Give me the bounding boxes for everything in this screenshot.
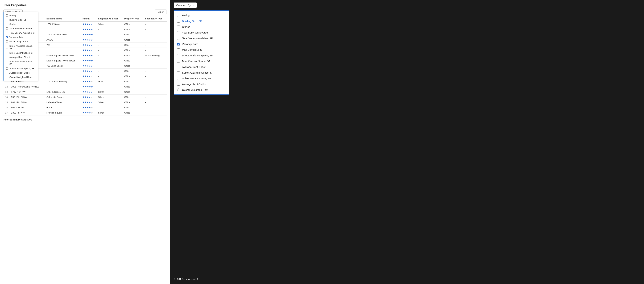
dropdown-item[interactable]: Year Built/Rennovated xyxy=(4,26,38,31)
page-title: Peer Properties xyxy=(4,3,167,7)
cell-building: 901 K xyxy=(45,105,81,110)
right-dropdown-item[interactable]: Average Rent Direct xyxy=(174,64,229,70)
dropdown-checkbox[interactable] xyxy=(6,67,8,70)
cell-proptype: Office xyxy=(122,74,144,79)
cell-building xyxy=(45,48,81,53)
cell-proptype: Office xyxy=(122,110,144,115)
dropdown-item[interactable]: Average Rent-Sublet xyxy=(4,71,38,75)
right-dropdown-item[interactable]: Average Rent-Sublet xyxy=(174,81,229,87)
right-dropdown-item[interactable]: Sublet Vacant Space, SF xyxy=(174,75,229,81)
right-dropdown-item[interactable]: Rating xyxy=(174,12,229,18)
right-compare-by-label: Compare By xyxy=(176,4,191,6)
dropdown-item[interactable]: Sublet Vacant Space, SF xyxy=(4,66,38,71)
cell-num: 12 xyxy=(4,84,10,89)
right-bottom-row: 7 801 Pennsylvania Av xyxy=(174,278,200,281)
dropdown-item[interactable]: Stories xyxy=(4,22,38,26)
right-dropdown-checkbox[interactable] xyxy=(177,83,180,86)
dropdown-item[interactable]: Total Vacany Available, SF xyxy=(4,31,38,35)
cell-rating: ★★★★★ xyxy=(81,48,96,53)
right-dropdown-item-label: Stories xyxy=(182,25,190,28)
cell-sectype: - xyxy=(143,63,167,69)
right-dropdown-checkbox[interactable] xyxy=(177,66,180,68)
table-row: 14555 13th St NWColumbia Square★★★★★Silv… xyxy=(4,95,167,100)
cell-sectype: - xyxy=(143,79,167,84)
right-dropdown-checkbox[interactable] xyxy=(177,37,180,40)
dropdown-checkbox[interactable] xyxy=(6,40,8,43)
cell-loopnet: Silver xyxy=(96,89,122,95)
right-dropdown-item[interactable]: Max Contigous SF xyxy=(174,47,229,53)
cell-rating: ★★★★★ xyxy=(81,53,96,58)
dropdown-item[interactable]: Rating xyxy=(4,13,38,18)
right-dropdown-item[interactable]: Sublet Avaliable Space, SF xyxy=(174,70,229,75)
col-rating: Rating xyxy=(81,16,96,21)
cell-loopnet: - xyxy=(96,69,122,74)
dropdown-item[interactable]: Average Rent Direct xyxy=(4,55,38,59)
right-dropdown-checkbox[interactable] xyxy=(177,25,180,28)
right-dropdown-item-label: Building Size, SF xyxy=(182,20,202,22)
cell-rating: ★★★★★ xyxy=(81,74,96,79)
dropdown-item-label: Sublet Avaliable Space, SF xyxy=(10,60,36,65)
cell-rating: ★★★★★ xyxy=(81,27,96,32)
cell-building xyxy=(45,74,81,79)
cell-building xyxy=(45,84,81,89)
cell-building: 1050 K Street xyxy=(45,21,81,27)
dropdown-item-label: Vacancy Rate xyxy=(10,36,23,38)
dropdown-item[interactable]: Building Size, SF xyxy=(4,18,38,22)
dropdown-item-label: Sublet Vacant Space, SF xyxy=(10,67,34,70)
dropdown-checkbox[interactable] xyxy=(6,14,8,17)
dropdown-checkbox[interactable] xyxy=(6,19,8,21)
cell-sectype: - xyxy=(143,58,167,63)
cell-sectype: - xyxy=(143,27,167,32)
cell-building: Market Square - West Tower xyxy=(45,58,81,63)
cell-building xyxy=(45,69,81,74)
dropdown-checkbox[interactable] xyxy=(6,32,8,34)
right-dropdown-item[interactable]: Direct Vacant Space, SF xyxy=(174,58,229,64)
dropdown-checkbox[interactable] xyxy=(6,56,8,58)
dropdown-item[interactable]: Sublet Avaliable Space, SF xyxy=(4,59,38,66)
dropdown-item[interactable]: Direct Vacant Space, SF xyxy=(4,51,38,55)
dropdown-item[interactable]: Overall Weighted Rent xyxy=(4,75,38,79)
cell-sectype: - xyxy=(143,42,167,48)
right-dropdown-item[interactable]: Direct Avaliable Space, SF xyxy=(174,53,229,58)
cell-num: 16 xyxy=(4,105,10,110)
right-dropdown-checkbox[interactable] xyxy=(177,43,180,45)
right-dropdown-item[interactable]: Stories xyxy=(174,24,229,30)
dropdown-checkbox[interactable] xyxy=(6,46,8,48)
dropdown-checkbox[interactable] xyxy=(6,23,8,25)
right-dropdown-checkbox[interactable] xyxy=(177,77,180,80)
right-dropdown-item-label: Rating xyxy=(182,14,190,17)
right-dropdown-checkbox[interactable] xyxy=(177,14,180,17)
right-dropdown-item[interactable]: Year Built/Rennovated xyxy=(174,30,229,35)
right-dropdown-checkbox[interactable] xyxy=(177,54,180,57)
right-dropdown-item[interactable]: Building Size, SF xyxy=(174,18,229,24)
right-compare-by-button[interactable]: Compare By ▼ xyxy=(174,2,197,8)
right-row-number: 7 xyxy=(174,278,175,281)
dropdown-item[interactable]: Vacancy Rate xyxy=(4,35,38,39)
right-dropdown-item[interactable]: Total Vacany Available, SF xyxy=(174,35,229,41)
right-dropdown-checkbox[interactable] xyxy=(177,48,180,51)
dropdown-checkbox[interactable] xyxy=(6,36,8,38)
right-dropdown-checkbox[interactable] xyxy=(177,60,180,63)
cell-sectype: - xyxy=(143,32,167,37)
right-dropdown-item[interactable]: Overall Weighted Rent xyxy=(174,87,229,93)
dropdown-checkbox[interactable] xyxy=(6,76,8,78)
dropdown-item[interactable]: Direct Avaliable Space, SF xyxy=(4,44,38,51)
dropdown-item[interactable]: Max Contigous SF xyxy=(4,39,38,44)
right-dropdown-item[interactable]: Vacancy Rate xyxy=(174,41,229,47)
right-dropdown-checkbox[interactable] xyxy=(177,71,180,74)
cell-address: 1001 Pennsylvania Ave NW xyxy=(10,84,45,89)
cell-address: 801 17th St NW xyxy=(10,100,45,105)
cell-proptype: Office xyxy=(122,89,144,95)
right-dropdown-checkbox[interactable] xyxy=(177,31,180,34)
dropdown-checkbox[interactable] xyxy=(6,62,8,64)
dropdown-checkbox[interactable] xyxy=(6,27,8,30)
dropdown-checkbox[interactable] xyxy=(6,72,8,74)
cell-sectype: - xyxy=(143,21,167,27)
cell-rating: ★★★★★ xyxy=(81,79,96,84)
cell-loopnet: Gold xyxy=(96,79,122,84)
right-dropdown-checkbox[interactable] xyxy=(177,20,180,22)
dropdown-checkbox[interactable] xyxy=(6,52,8,54)
right-dropdown-item-label: Max Contigous SF xyxy=(182,48,204,51)
export-button[interactable]: Export xyxy=(155,9,167,14)
right-dropdown-radio[interactable] xyxy=(177,88,180,91)
